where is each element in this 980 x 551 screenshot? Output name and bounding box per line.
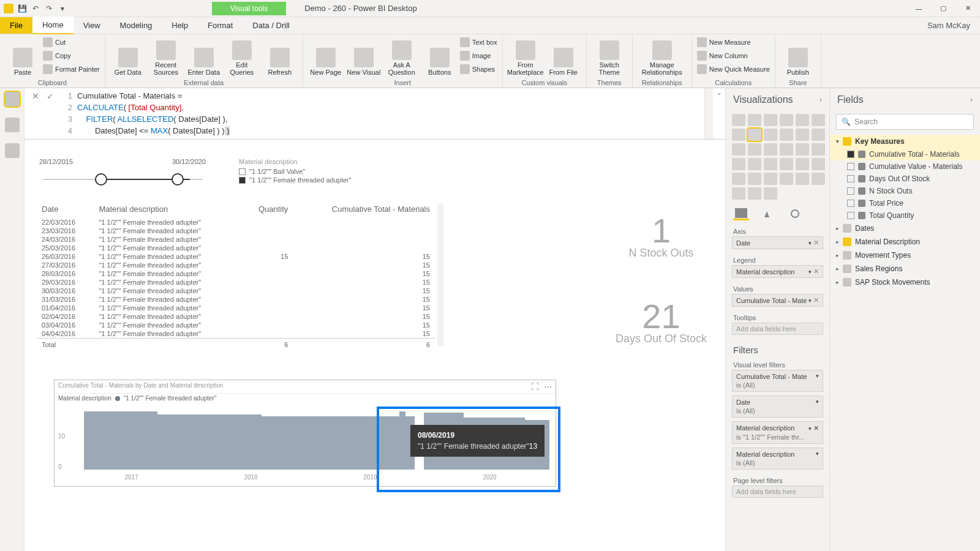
filter-cumulative[interactable]: Cumulative Total - Mate▾is (All): [732, 370, 823, 392]
recent-sources-button[interactable]: Recent Sources: [148, 36, 184, 76]
viz-line-col-icon[interactable]: [780, 129, 793, 141]
field-checkbox[interactable]: [847, 212, 854, 219]
report-view-icon[interactable]: [5, 92, 20, 107]
new-column-button[interactable]: New Column: [697, 50, 770, 62]
cut-button[interactable]: Cut: [43, 36, 100, 48]
fields-pane-collapse-icon[interactable]: ›: [970, 96, 973, 104]
viz-clustered-bar-icon[interactable]: [764, 114, 777, 126]
table-row[interactable]: 03/04/2016"1 1/2"" Female threaded adupt…: [37, 321, 435, 329]
table-row[interactable]: 02/04/2016"1 1/2"" Female threaded adupt…: [37, 312, 435, 321]
viz-100-col-icon[interactable]: [812, 114, 825, 126]
viz-area-icon[interactable]: [748, 129, 761, 141]
manage-relationships-button[interactable]: Manage Relationships: [638, 36, 687, 76]
well-legend[interactable]: Material description▾ ✕: [732, 265, 823, 278]
viz-waterfall-icon[interactable]: [732, 143, 745, 156]
maximize-button[interactable]: ▢: [931, 0, 956, 17]
switch-theme-button[interactable]: Switch Theme: [592, 36, 627, 76]
viz-arcgis-icon[interactable]: [732, 187, 745, 200]
table-row[interactable]: 28/03/2016"1 1/2"" Female threaded adupt…: [37, 269, 435, 278]
filter-material-1[interactable]: Material description▾ ✕is "1 1/2"" Femal…: [732, 421, 823, 444]
table-row[interactable]: 22/03/2016"1 1/2"" Female threaded adupt…: [37, 218, 435, 227]
viz-100-bar-icon[interactable]: [796, 114, 809, 126]
th-cumulative[interactable]: Cumulative Total - Materials: [293, 201, 435, 218]
viz-stacked-bar-icon[interactable]: [732, 114, 745, 126]
material-checkbox-2[interactable]: [239, 177, 246, 184]
tab-modeling[interactable]: Modeling: [110, 17, 162, 34]
shapes-button[interactable]: Shapes: [460, 63, 497, 75]
field-table-sap[interactable]: ▸SAP Stock Movements: [830, 276, 980, 289]
table-row[interactable]: 24/03/2016"1 1/2"" Female threaded adupt…: [37, 235, 435, 244]
viz-stacked-col-icon[interactable]: [748, 114, 761, 126]
filter-remove-icon[interactable]: ✕: [813, 424, 819, 432]
viz-tab-analytics[interactable]: [787, 207, 803, 220]
viz-py-icon[interactable]: [796, 173, 809, 185]
field-checkbox[interactable]: [847, 200, 854, 207]
enter-data-button[interactable]: Enter Data: [186, 36, 222, 76]
viz-matrix-icon[interactable]: [764, 173, 777, 185]
th-material[interactable]: Material description: [94, 201, 241, 218]
viz-line-clustered-icon[interactable]: [796, 129, 809, 141]
copy-button[interactable]: Copy: [43, 50, 100, 62]
table-row[interactable]: 01/04/2016"1 1/2"" Female threaded adupt…: [37, 304, 435, 312]
viz-pane-collapse-icon[interactable]: ›: [820, 96, 822, 104]
model-view-icon[interactable]: [5, 143, 20, 158]
viz-pie-icon[interactable]: [764, 143, 777, 156]
formula-commit-icon[interactable]: ✓: [45, 91, 56, 102]
field-total-price[interactable]: Total Price: [830, 197, 980, 209]
viz-funnel-icon[interactable]: [748, 158, 761, 170]
get-data-button[interactable]: Get Data: [110, 36, 146, 76]
filter-material-2[interactable]: Material description▾is (All): [732, 448, 823, 470]
viz-import-icon[interactable]: [764, 187, 777, 200]
tab-home[interactable]: Home: [32, 17, 74, 34]
page-filters-well[interactable]: Add data fields here: [732, 485, 823, 498]
well-axis[interactable]: Date▾ ✕: [732, 236, 823, 249]
field-n-stock-outs[interactable]: N Stock Outs: [830, 185, 980, 197]
new-page-button[interactable]: New Page: [308, 36, 344, 76]
qat-dropdown-icon[interactable]: ▾: [58, 4, 67, 13]
well-axis-remove-icon[interactable]: ✕: [813, 239, 819, 246]
viz-ribbon-icon[interactable]: [812, 129, 825, 141]
table-row[interactable]: 31/03/2016"1 1/2"" Female threaded adupt…: [37, 295, 435, 304]
data-view-icon[interactable]: [5, 118, 20, 132]
field-cumulative-value[interactable]: Cumulative Value - Materials: [830, 160, 980, 173]
image-button[interactable]: Image: [460, 50, 497, 62]
field-checkbox[interactable]: [847, 151, 854, 158]
formula-editor[interactable]: 1Cumulative Total - Materials = 2CALCULA…: [61, 88, 704, 139]
buttons-button[interactable]: Buttons: [422, 36, 458, 76]
fields-search-input[interactable]: 🔍Search: [836, 114, 974, 130]
well-values[interactable]: Cumulative Total - Mate▾ ✕: [732, 294, 823, 307]
viz-scatter-icon[interactable]: [748, 143, 761, 156]
field-table-key-measures[interactable]: ▾Key Measures: [830, 135, 980, 148]
viz-r-icon[interactable]: [780, 173, 793, 185]
viz-table-icon[interactable]: [748, 173, 761, 185]
viz-stacked-area-icon[interactable]: [764, 129, 777, 141]
viz-tab-format[interactable]: [760, 207, 776, 220]
formula-expand-icon[interactable]: ⌄: [713, 88, 725, 139]
field-table-movement[interactable]: ▸Movement Types: [830, 249, 980, 262]
new-visual-button[interactable]: New Visual: [346, 36, 382, 76]
table-row[interactable]: 04/04/2016"1 1/2"" Female threaded adupt…: [37, 329, 435, 339]
paste-button[interactable]: Paste: [5, 36, 40, 76]
save-icon[interactable]: 💾: [17, 4, 27, 13]
table-row[interactable]: 30/03/2016"1 1/2"" Female threaded adupt…: [37, 287, 435, 295]
table-row[interactable]: 27/03/2016"1 1/2"" Female threaded adupt…: [37, 261, 435, 269]
tab-data-drill[interactable]: Data / Drill: [243, 17, 300, 34]
table-row[interactable]: 29/03/2016"1 1/2"" Female threaded adupt…: [37, 278, 435, 287]
viz-tab-fields[interactable]: [733, 207, 749, 220]
formula-cancel-icon[interactable]: ✕: [30, 91, 41, 102]
tab-file[interactable]: File: [0, 17, 32, 34]
from-marketplace-button[interactable]: From Marketplace: [508, 36, 543, 76]
minimize-button[interactable]: —: [907, 0, 931, 17]
viz-filled-map-icon[interactable]: [732, 158, 745, 170]
tab-format[interactable]: Format: [198, 17, 243, 34]
chart-focus-icon[interactable]: ⛶: [531, 382, 539, 391]
material-slicer[interactable]: Material description "1 1/2"" Ball Valve…: [239, 158, 352, 185]
material-checkbox-1[interactable]: [239, 168, 246, 175]
table-row[interactable]: 25/03/2016"1 1/2"" Female threaded adupt…: [37, 244, 435, 252]
field-table-sales[interactable]: ▸Sales Regions: [830, 262, 980, 276]
viz-treemap-icon[interactable]: [796, 143, 809, 156]
viz-donut-icon[interactable]: [780, 143, 793, 156]
field-total-quantity[interactable]: Total Quantity: [830, 209, 980, 222]
viz-slicer-icon[interactable]: [732, 173, 745, 185]
table-scrollbar[interactable]: [437, 203, 443, 347]
